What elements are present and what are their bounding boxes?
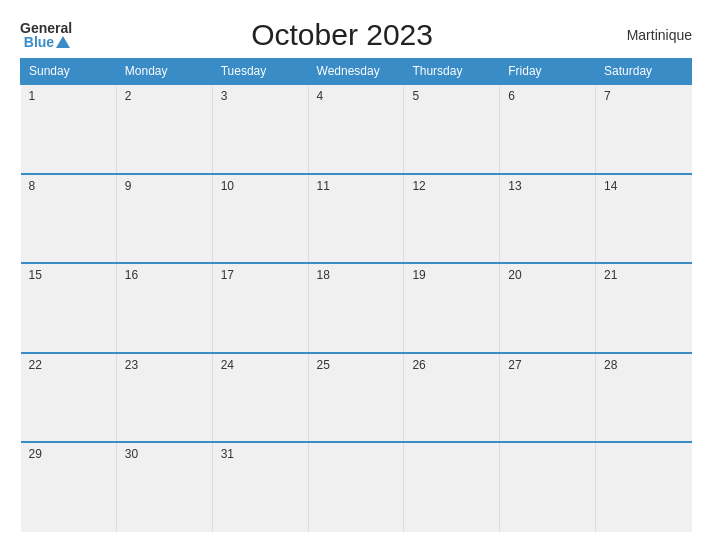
weekday-header-thursday: Thursday: [404, 59, 500, 85]
calendar-cell: 6: [500, 84, 596, 174]
day-number: 20: [508, 268, 521, 282]
day-number: 12: [412, 179, 425, 193]
location-label: Martinique: [612, 27, 692, 43]
calendar-cell: [596, 442, 692, 532]
calendar-cell: 21: [596, 263, 692, 353]
calendar-cell: [308, 442, 404, 532]
weekday-header-friday: Friday: [500, 59, 596, 85]
calendar-cell: 5: [404, 84, 500, 174]
day-number: 10: [221, 179, 234, 193]
day-number: 11: [317, 179, 330, 193]
month-title: October 2023: [72, 18, 612, 52]
weekday-header-monday: Monday: [116, 59, 212, 85]
day-number: 21: [604, 268, 617, 282]
calendar-cell: 30: [116, 442, 212, 532]
day-number: 13: [508, 179, 521, 193]
calendar-cell: 28: [596, 353, 692, 443]
weekday-header-tuesday: Tuesday: [212, 59, 308, 85]
day-number: 24: [221, 358, 234, 372]
calendar-table: SundayMondayTuesdayWednesdayThursdayFrid…: [20, 58, 692, 532]
day-number: 17: [221, 268, 234, 282]
day-number: 28: [604, 358, 617, 372]
calendar-cell: 9: [116, 174, 212, 264]
calendar-cell: [404, 442, 500, 532]
calendar-cell: 8: [21, 174, 117, 264]
weekday-header-saturday: Saturday: [596, 59, 692, 85]
day-number: 23: [125, 358, 138, 372]
day-number: 15: [29, 268, 42, 282]
calendar-cell: 11: [308, 174, 404, 264]
calendar-cell: 1: [21, 84, 117, 174]
logo-triangle-icon: [56, 36, 70, 48]
weekday-header-wednesday: Wednesday: [308, 59, 404, 85]
day-number: 30: [125, 447, 138, 461]
day-number: 3: [221, 89, 228, 103]
day-number: 26: [412, 358, 425, 372]
calendar-cell: [500, 442, 596, 532]
calendar-cell: 22: [21, 353, 117, 443]
calendar-cell: 29: [21, 442, 117, 532]
day-number: 8: [29, 179, 36, 193]
calendar-cell: 24: [212, 353, 308, 443]
day-number: 9: [125, 179, 132, 193]
calendar-cell: 16: [116, 263, 212, 353]
day-number: 18: [317, 268, 330, 282]
day-number: 29: [29, 447, 42, 461]
day-number: 16: [125, 268, 138, 282]
day-number: 1: [29, 89, 36, 103]
calendar-cell: 7: [596, 84, 692, 174]
calendar-cell: 3: [212, 84, 308, 174]
day-number: 4: [317, 89, 324, 103]
day-number: 27: [508, 358, 521, 372]
calendar-cell: 23: [116, 353, 212, 443]
calendar-cell: 4: [308, 84, 404, 174]
logo: General Blue: [20, 21, 72, 49]
calendar-cell: 31: [212, 442, 308, 532]
calendar-week-row: 15161718192021: [21, 263, 692, 353]
calendar-cell: 12: [404, 174, 500, 264]
calendar-cell: 18: [308, 263, 404, 353]
calendar-cell: 19: [404, 263, 500, 353]
calendar-cell: 17: [212, 263, 308, 353]
day-number: 19: [412, 268, 425, 282]
calendar-cell: 10: [212, 174, 308, 264]
day-number: 22: [29, 358, 42, 372]
top-bar: General Blue October 2023 Martinique: [20, 18, 692, 52]
calendar-cell: 20: [500, 263, 596, 353]
calendar-week-row: 1234567: [21, 84, 692, 174]
calendar-cell: 2: [116, 84, 212, 174]
calendar-week-row: 891011121314: [21, 174, 692, 264]
day-number: 7: [604, 89, 611, 103]
calendar-cell: 26: [404, 353, 500, 443]
day-number: 31: [221, 447, 234, 461]
weekday-header-sunday: Sunday: [21, 59, 117, 85]
weekday-header-row: SundayMondayTuesdayWednesdayThursdayFrid…: [21, 59, 692, 85]
calendar-cell: 14: [596, 174, 692, 264]
calendar-week-row: 293031: [21, 442, 692, 532]
calendar-cell: 25: [308, 353, 404, 443]
calendar-week-row: 22232425262728: [21, 353, 692, 443]
calendar-cell: 13: [500, 174, 596, 264]
calendar-cell: 27: [500, 353, 596, 443]
logo-blue: Blue: [24, 35, 54, 49]
calendar-cell: 15: [21, 263, 117, 353]
day-number: 2: [125, 89, 132, 103]
day-number: 14: [604, 179, 617, 193]
day-number: 5: [412, 89, 419, 103]
day-number: 25: [317, 358, 330, 372]
day-number: 6: [508, 89, 515, 103]
logo-general: General: [20, 21, 72, 35]
